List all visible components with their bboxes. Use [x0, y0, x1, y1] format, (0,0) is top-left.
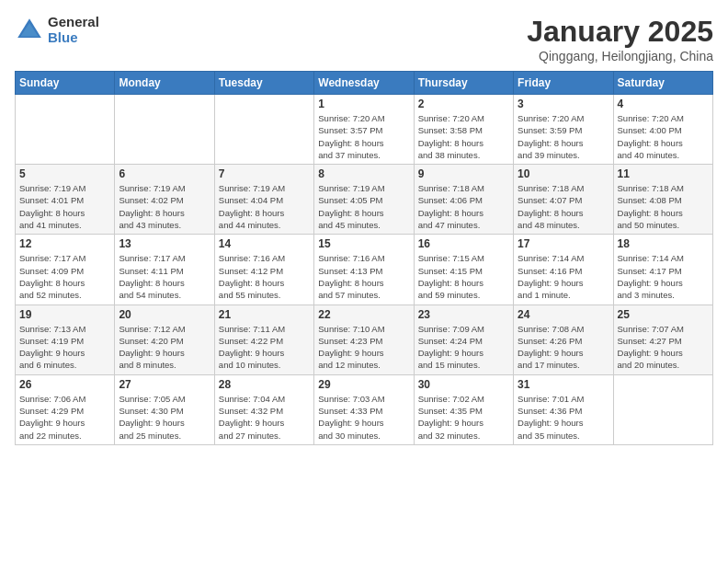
day-number: 12: [19, 237, 110, 250]
day-number: 14: [219, 237, 310, 250]
calendar-cell: 11Sunrise: 7:18 AM Sunset: 4:08 PM Dayli…: [613, 165, 712, 235]
day-info: Sunrise: 7:18 AM Sunset: 4:08 PM Dayligh…: [618, 182, 709, 231]
calendar-cell: 3Sunrise: 7:20 AM Sunset: 3:59 PM Daylig…: [514, 95, 613, 165]
calendar-cell: 8Sunrise: 7:19 AM Sunset: 4:05 PM Daylig…: [314, 165, 414, 235]
day-number: 29: [318, 378, 409, 391]
day-info: Sunrise: 7:20 AM Sunset: 3:57 PM Dayligh…: [318, 112, 409, 161]
day-info: Sunrise: 7:03 AM Sunset: 4:33 PM Dayligh…: [318, 393, 409, 442]
day-number: 7: [219, 167, 310, 180]
calendar-cell: 29Sunrise: 7:03 AM Sunset: 4:33 PM Dayli…: [314, 374, 414, 444]
calendar-cell: 23Sunrise: 7:09 AM Sunset: 4:24 PM Dayli…: [414, 304, 513, 374]
day-number: 28: [219, 378, 310, 391]
day-info: Sunrise: 7:18 AM Sunset: 4:07 PM Dayligh…: [518, 182, 609, 231]
day-number: 8: [318, 167, 409, 180]
calendar-week-3: 12Sunrise: 7:17 AM Sunset: 4:09 PM Dayli…: [16, 235, 713, 304]
day-number: 21: [219, 308, 310, 321]
calendar-cell: 2Sunrise: 7:20 AM Sunset: 3:58 PM Daylig…: [414, 95, 513, 165]
day-info: Sunrise: 7:04 AM Sunset: 4:32 PM Dayligh…: [219, 393, 310, 442]
calendar-cell: 25Sunrise: 7:07 AM Sunset: 4:27 PM Dayli…: [613, 304, 712, 374]
day-number: 19: [19, 308, 110, 321]
title-block: January 2025 Qinggang, Heilongjiang, Chi…: [527, 15, 713, 63]
calendar-cell: 4Sunrise: 7:20 AM Sunset: 4:00 PM Daylig…: [613, 95, 712, 165]
day-info: Sunrise: 7:06 AM Sunset: 4:29 PM Dayligh…: [19, 393, 110, 442]
day-info: Sunrise: 7:14 AM Sunset: 4:16 PM Dayligh…: [518, 252, 609, 301]
day-info: Sunrise: 7:18 AM Sunset: 4:06 PM Dayligh…: [418, 182, 509, 231]
location: Qinggang, Heilongjiang, China: [527, 49, 713, 63]
day-number: 5: [19, 167, 110, 180]
page-header: General Blue January 2025 Qinggang, Heil…: [15, 15, 713, 63]
day-number: 23: [418, 308, 509, 321]
day-number: 17: [518, 237, 609, 250]
calendar-cell: 18Sunrise: 7:14 AM Sunset: 4:17 PM Dayli…: [613, 235, 712, 304]
day-number: 3: [518, 98, 609, 110]
day-number: 22: [318, 308, 409, 321]
day-info: Sunrise: 7:14 AM Sunset: 4:17 PM Dayligh…: [618, 252, 709, 301]
calendar-cell: 21Sunrise: 7:11 AM Sunset: 4:22 PM Dayli…: [214, 304, 313, 374]
calendar-cell: 9Sunrise: 7:18 AM Sunset: 4:06 PM Daylig…: [414, 165, 513, 235]
day-info: Sunrise: 7:19 AM Sunset: 4:05 PM Dayligh…: [318, 182, 409, 231]
weekday-header-wednesday: Wednesday: [314, 72, 414, 95]
day-number: 1: [318, 98, 409, 110]
calendar-week-1: 1Sunrise: 7:20 AM Sunset: 3:57 PM Daylig…: [16, 95, 713, 165]
calendar-cell: 16Sunrise: 7:15 AM Sunset: 4:15 PM Dayli…: [414, 235, 513, 304]
day-info: Sunrise: 7:19 AM Sunset: 4:02 PM Dayligh…: [119, 182, 210, 231]
day-number: 16: [418, 237, 509, 250]
day-number: 9: [418, 167, 509, 180]
day-info: Sunrise: 7:20 AM Sunset: 3:58 PM Dayligh…: [418, 112, 509, 161]
day-info: Sunrise: 7:20 AM Sunset: 3:59 PM Dayligh…: [518, 112, 609, 161]
calendar-cell: 12Sunrise: 7:17 AM Sunset: 4:09 PM Dayli…: [16, 235, 115, 304]
day-info: Sunrise: 7:02 AM Sunset: 4:35 PM Dayligh…: [418, 393, 509, 442]
calendar-cell: 13Sunrise: 7:17 AM Sunset: 4:11 PM Dayli…: [115, 235, 214, 304]
day-number: 20: [119, 308, 210, 321]
calendar-cell: 22Sunrise: 7:10 AM Sunset: 4:23 PM Dayli…: [314, 304, 414, 374]
calendar-cell: 26Sunrise: 7:06 AM Sunset: 4:29 PM Dayli…: [16, 374, 115, 444]
calendar-cell: 30Sunrise: 7:02 AM Sunset: 4:35 PM Dayli…: [414, 374, 513, 444]
calendar-cell: [16, 95, 115, 165]
month-title: January 2025: [527, 15, 713, 49]
day-info: Sunrise: 7:13 AM Sunset: 4:19 PM Dayligh…: [19, 323, 110, 372]
calendar-table: SundayMondayTuesdayWednesdayThursdayFrid…: [15, 71, 713, 445]
weekday-header-thursday: Thursday: [414, 72, 513, 95]
day-number: 2: [418, 98, 509, 110]
day-info: Sunrise: 7:08 AM Sunset: 4:26 PM Dayligh…: [518, 323, 609, 372]
calendar-week-4: 19Sunrise: 7:13 AM Sunset: 4:19 PM Dayli…: [16, 304, 713, 374]
day-number: 6: [119, 167, 210, 180]
day-info: Sunrise: 7:12 AM Sunset: 4:20 PM Dayligh…: [119, 323, 210, 372]
day-number: 24: [518, 308, 609, 321]
calendar-cell: [214, 95, 313, 165]
day-info: Sunrise: 7:01 AM Sunset: 4:36 PM Dayligh…: [518, 393, 609, 442]
calendar-cell: 7Sunrise: 7:19 AM Sunset: 4:04 PM Daylig…: [214, 165, 313, 235]
calendar-cell: 28Sunrise: 7:04 AM Sunset: 4:32 PM Dayli…: [214, 374, 313, 444]
calendar-cell: [613, 374, 712, 444]
weekday-header-monday: Monday: [115, 72, 214, 95]
day-number: 10: [518, 167, 609, 180]
logo: General Blue: [15, 15, 99, 45]
calendar-week-2: 5Sunrise: 7:19 AM Sunset: 4:01 PM Daylig…: [16, 165, 713, 235]
day-info: Sunrise: 7:19 AM Sunset: 4:04 PM Dayligh…: [219, 182, 310, 231]
calendar-cell: 17Sunrise: 7:14 AM Sunset: 4:16 PM Dayli…: [514, 235, 613, 304]
calendar-cell: 20Sunrise: 7:12 AM Sunset: 4:20 PM Dayli…: [115, 304, 214, 374]
day-info: Sunrise: 7:20 AM Sunset: 4:00 PM Dayligh…: [618, 112, 709, 161]
weekday-header-row: SundayMondayTuesdayWednesdayThursdayFrid…: [16, 72, 713, 95]
calendar-cell: 31Sunrise: 7:01 AM Sunset: 4:36 PM Dayli…: [514, 374, 613, 444]
day-number: 18: [618, 237, 709, 250]
day-info: Sunrise: 7:05 AM Sunset: 4:30 PM Dayligh…: [119, 393, 210, 442]
day-info: Sunrise: 7:17 AM Sunset: 4:11 PM Dayligh…: [119, 252, 210, 301]
day-number: 26: [19, 378, 110, 391]
weekday-header-saturday: Saturday: [613, 72, 712, 95]
day-info: Sunrise: 7:16 AM Sunset: 4:13 PM Dayligh…: [318, 252, 409, 301]
weekday-header-tuesday: Tuesday: [214, 72, 313, 95]
day-number: 27: [119, 378, 210, 391]
logo-general: General: [48, 15, 99, 30]
day-info: Sunrise: 7:09 AM Sunset: 4:24 PM Dayligh…: [418, 323, 509, 372]
calendar-week-5: 26Sunrise: 7:06 AM Sunset: 4:29 PM Dayli…: [16, 374, 713, 444]
calendar-cell: 1Sunrise: 7:20 AM Sunset: 3:57 PM Daylig…: [314, 95, 414, 165]
day-number: 13: [119, 237, 210, 250]
day-info: Sunrise: 7:11 AM Sunset: 4:22 PM Dayligh…: [219, 323, 310, 372]
calendar-cell: 10Sunrise: 7:18 AM Sunset: 4:07 PM Dayli…: [514, 165, 613, 235]
logo-blue: Blue: [48, 30, 99, 46]
day-number: 15: [318, 237, 409, 250]
weekday-header-friday: Friday: [514, 72, 613, 95]
weekday-header-sunday: Sunday: [16, 72, 115, 95]
day-number: 30: [418, 378, 509, 391]
